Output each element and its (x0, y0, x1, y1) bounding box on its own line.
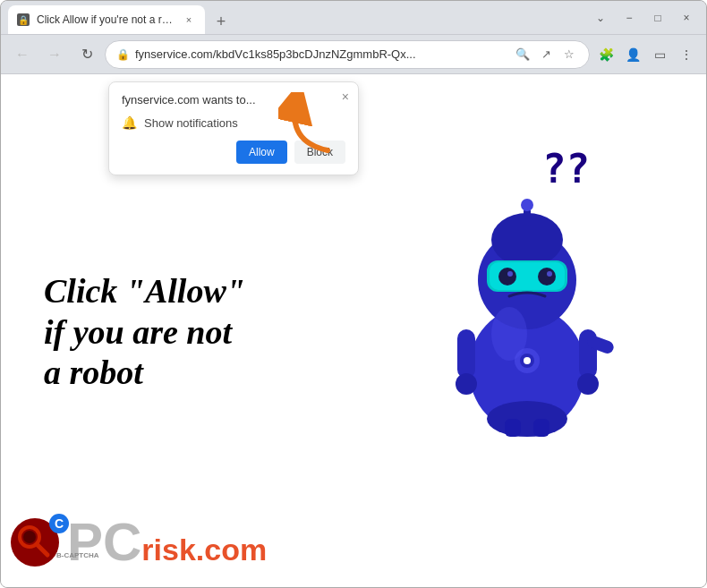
reload-button[interactable]: ↻ (72, 40, 101, 69)
svg-point-8 (507, 271, 513, 277)
svg-point-6 (498, 268, 516, 285)
c-logo: C (49, 514, 69, 533)
popup-notification-row: 🔔 Show notifications (122, 115, 345, 130)
svg-point-23 (491, 307, 527, 361)
address-bar[interactable]: 🔒 fynservice.com/kbdVc1ks85p3bcDJnzNZgmm… (105, 40, 590, 69)
pcrisk-full-text: PC risk.com (67, 516, 267, 569)
popup-notification-label: Show notifications (144, 116, 238, 130)
active-tab[interactable]: 🔒 Click Allow if you're not a robot × (8, 5, 205, 34)
svg-point-9 (547, 271, 552, 277)
svg-rect-12 (457, 329, 475, 379)
notification-popup: × fynservice.com wants to... 🔔 Show noti… (108, 81, 359, 175)
sidebar-icon[interactable]: ▭ (647, 42, 672, 67)
bell-icon: 🔔 (122, 115, 137, 130)
pcrisk-text: PC risk.com (67, 516, 267, 569)
chevron-down-button[interactable]: ⌄ (588, 5, 613, 30)
title-bar: 🔒 Click Allow if you're not a robot × + … (1, 1, 706, 35)
svg-point-11 (521, 199, 533, 211)
pcrisk-logo: B-CAPTCHA C PC risk.com (10, 516, 267, 569)
browser-window: 🔒 Click Allow if you're not a robot × + … (0, 0, 707, 588)
headline-line1: Click "Allow" (44, 271, 245, 312)
nav-bar: ← → ↻ 🔒 fynservice.com/kbdVc1ks85p3bcDJn… (1, 35, 706, 74)
popup-buttons: Allow Block (122, 141, 345, 164)
svg-point-27 (23, 531, 36, 543)
svg-point-15 (577, 373, 599, 395)
svg-rect-22 (533, 419, 549, 437)
allow-button[interactable]: Allow (236, 141, 287, 164)
risk-text: risk.com (141, 534, 267, 565)
extensions-icon[interactable]: 🧩 (593, 42, 618, 67)
back-button[interactable]: ← (8, 40, 37, 69)
forward-button[interactable]: → (40, 40, 69, 69)
svg-rect-21 (505, 419, 521, 437)
pc-text: PC (67, 516, 141, 569)
reload-icon: ↻ (81, 46, 93, 63)
page-content: × fynservice.com wants to... 🔔 Show noti… (1, 74, 706, 587)
menu-button[interactable]: ⋮ (674, 42, 699, 67)
maximize-button[interactable]: □ (645, 5, 670, 30)
new-tab-button[interactable]: + (209, 9, 234, 34)
robot-svg (420, 155, 635, 441)
tab-favicon: 🔒 (17, 13, 30, 26)
share-icon[interactable]: ↗ (537, 46, 555, 64)
profile-icon[interactable]: 👤 (620, 42, 645, 67)
bcaptcha-label: B-CAPTCHA (56, 551, 99, 559)
svg-point-13 (456, 373, 477, 395)
headline-line3: a robot (44, 353, 245, 394)
svg-point-7 (538, 268, 556, 285)
bookmark-icon[interactable]: ☆ (560, 46, 578, 64)
block-button[interactable]: Block (294, 141, 345, 164)
toolbar-icons: 🧩 👤 ▭ ⋮ (593, 42, 699, 67)
forward-icon: → (47, 47, 62, 63)
window-controls: ⌄ − □ × (588, 5, 699, 30)
main-headline: Click "Allow" if you are not a robot (44, 271, 245, 394)
tab-close-button[interactable]: × (182, 13, 196, 27)
tab-strip: 🔒 Click Allow if you're not a robot × + (8, 1, 584, 34)
tab-title: Click Allow if you're not a robot (37, 13, 175, 26)
url-text: fynservice.com/kbdVc1ks85p3bcDJnzNZgmmbR… (135, 47, 508, 61)
minimize-button[interactable]: − (617, 5, 642, 30)
popup-site-text: fynservice.com wants to... (122, 93, 345, 107)
robot-container (420, 155, 652, 459)
headline-line2: if you are not (44, 312, 245, 354)
search-icon[interactable]: 🔍 (514, 46, 532, 64)
svg-point-20 (487, 401, 567, 437)
svg-point-19 (524, 357, 531, 364)
popup-close-button[interactable]: × (342, 89, 349, 104)
back-icon: ← (15, 47, 30, 63)
close-button[interactable]: × (674, 5, 699, 30)
address-icons: 🔍 ↗ ☆ (514, 46, 578, 64)
lock-icon: 🔒 (116, 48, 130, 61)
